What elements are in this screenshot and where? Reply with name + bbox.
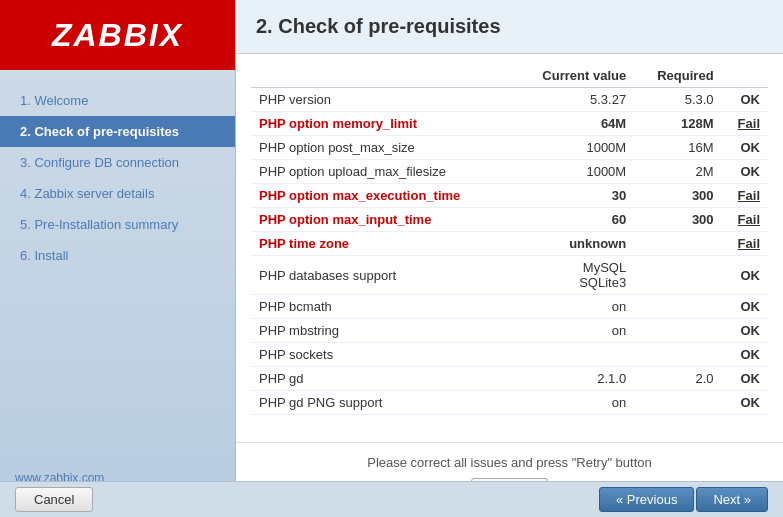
row-required: 128M [634,112,721,136]
table-row: PHP socketsOK [251,343,768,367]
row-required [634,232,721,256]
row-current: on [514,295,635,319]
logo: ZABBIX [52,17,183,54]
row-required: 2.0 [634,367,721,391]
table-row: PHP mbstringonOK [251,319,768,343]
sidebar-item-install[interactable]: 6. Install [0,240,235,271]
row-current [514,343,635,367]
row-name: PHP mbstring [251,319,514,343]
row-current: on [514,319,635,343]
nav-buttons: « Previous Next » [599,487,768,512]
table-row: PHP gd PNG supportonOK [251,391,768,415]
table-row: PHP option max_input_time60300Fail [251,208,768,232]
col-header-status [722,64,768,88]
row-required [634,319,721,343]
row-status: OK [722,319,768,343]
row-status: OK [722,136,768,160]
sidebar-item-welcome[interactable]: 1. Welcome [0,85,235,116]
row-name: PHP option upload_max_filesize [251,160,514,184]
row-status: Fail [722,112,768,136]
row-required: 5.3.0 [634,88,721,112]
col-header-name [251,64,514,88]
row-status: Fail [722,184,768,208]
table-wrapper[interactable]: Current value Required PHP version5.3.27… [236,54,783,442]
row-current: 1000M [514,160,635,184]
row-current: MySQLSQLite3 [514,256,635,295]
sidebar-item-serverdetails[interactable]: 4. Zabbix server details [0,178,235,209]
row-required [634,391,721,415]
content-header: 2. Check of pre-requisites [236,0,783,54]
sidebar-item-summary[interactable]: 5. Pre-Installation summary [0,209,235,240]
sidebar-item-dbconfig[interactable]: 3. Configure DB connection [0,147,235,178]
row-name: PHP option max_input_time [251,208,514,232]
row-status: Fail [722,208,768,232]
row-status: OK [722,88,768,112]
table-row: PHP option memory_limit64M128MFail [251,112,768,136]
row-status: OK [722,367,768,391]
table-row: PHP option upload_max_filesize1000M2MOK [251,160,768,184]
row-status: OK [722,391,768,415]
row-status: OK [722,160,768,184]
row-required: 2M [634,160,721,184]
cancel-button[interactable]: Cancel [15,487,93,512]
row-name: PHP option post_max_size [251,136,514,160]
row-required: 16M [634,136,721,160]
prev-button[interactable]: « Previous [599,487,694,512]
row-current: on [514,391,635,415]
table-row: PHP option max_execution_time30300Fail [251,184,768,208]
row-current: 60 [514,208,635,232]
row-required: 300 [634,184,721,208]
row-status: OK [722,343,768,367]
row-name: PHP databases support [251,256,514,295]
content-area: 2. Check of pre-requisites Current value… [235,0,783,517]
col-header-required: Required [634,64,721,88]
table-row: PHP bcmathonOK [251,295,768,319]
row-current: 2.1.0 [514,367,635,391]
row-name: PHP bcmath [251,295,514,319]
table-row: PHP databases supportMySQLSQLite3OK [251,256,768,295]
row-name: PHP version [251,88,514,112]
sidebar-item-prereq[interactable]: 2. Check of pre-requisites [0,116,235,147]
table-row: PHP option post_max_size1000M16MOK [251,136,768,160]
row-name: PHP time zone [251,232,514,256]
row-current: 5.3.27 [514,88,635,112]
row-required [634,256,721,295]
nav-menu: 1. Welcome 2. Check of pre-requisites 3.… [0,70,235,461]
table-row: PHP gd2.1.02.0OK [251,367,768,391]
sidebar: ZABBIX 1. Welcome 2. Check of pre-requis… [0,0,235,517]
row-name: PHP sockets [251,343,514,367]
col-header-current: Current value [514,64,635,88]
row-status: Fail [722,232,768,256]
row-required: 300 [634,208,721,232]
row-current: 30 [514,184,635,208]
prereq-table: Current value Required PHP version5.3.27… [251,64,768,415]
logo-area: ZABBIX [0,0,235,70]
row-name: PHP option max_execution_time [251,184,514,208]
row-current: 64M [514,112,635,136]
bottom-bar: Cancel « Previous Next » [0,481,783,517]
row-required [634,295,721,319]
row-status: OK [722,256,768,295]
row-status: OK [722,295,768,319]
row-current: unknown [514,232,635,256]
table-row: PHP version5.3.275.3.0OK [251,88,768,112]
table-row: PHP time zoneunknownFail [251,232,768,256]
row-name: PHP gd [251,367,514,391]
row-name: PHP option memory_limit [251,112,514,136]
row-current: 1000M [514,136,635,160]
row-required [634,343,721,367]
row-name: PHP gd PNG support [251,391,514,415]
page-title: 2. Check of pre-requisites [256,15,763,38]
retry-message: Please correct all issues and press "Ret… [251,455,768,470]
next-button[interactable]: Next » [696,487,768,512]
